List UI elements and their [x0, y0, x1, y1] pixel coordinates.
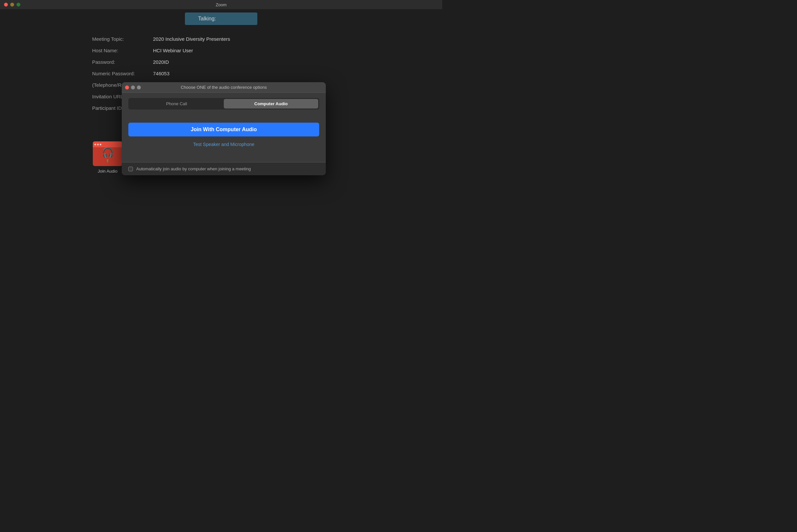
- tab-phone-call[interactable]: Phone Call: [129, 99, 224, 109]
- password-row: Password: 2020ID: [92, 59, 230, 65]
- modal-min-button[interactable]: [131, 86, 135, 90]
- meeting-topic-value: 2020 Inclusive Diversity Presenters: [153, 36, 230, 42]
- maximize-button[interactable]: [16, 3, 20, 6]
- meeting-topic-row: Meeting Topic: 2020 Inclusive Diversity …: [92, 36, 230, 42]
- thumb-dot-1: [94, 144, 96, 145]
- minimize-button[interactable]: [10, 3, 14, 6]
- auto-join-label: Automatically join audio by computer whe…: [136, 166, 251, 171]
- host-name-value: HCI Webinar User: [153, 48, 193, 53]
- title-bar: Zoom: [0, 0, 442, 9]
- modal-title: Choose ONE of the audio conference optio…: [181, 85, 267, 90]
- modal-max-button[interactable]: [137, 86, 141, 90]
- modal-title-bar: Choose ONE of the audio conference optio…: [122, 82, 326, 93]
- upload-arrow-icon: ⬆: [106, 158, 110, 164]
- join-with-computer-audio-button[interactable]: Join With Computer Audio: [128, 122, 319, 136]
- modal-traffic-lights: [125, 86, 141, 90]
- thumbnail-title-bar: [93, 141, 122, 147]
- host-name-row: Host Name: HCI Webinar User: [92, 48, 230, 53]
- test-speaker-microphone-link[interactable]: Test Speaker and Microphone: [128, 142, 319, 147]
- join-audio-thumbnail: 🎧 ⬆: [93, 141, 122, 166]
- traffic-lights: [4, 3, 20, 6]
- modal-body: Phone Call Computer Audio Join With Comp…: [122, 93, 326, 162]
- join-audio-label: Join Audio: [98, 169, 117, 174]
- modal-footer: Automatically join audio by computer whe…: [122, 162, 326, 175]
- close-button[interactable]: [4, 3, 8, 6]
- numeric-password-value: 746053: [153, 71, 169, 76]
- thumb-dot-3: [100, 144, 101, 145]
- headphone-icon: 🎧: [102, 148, 114, 157]
- window-title: Zoom: [216, 2, 227, 7]
- join-audio-icon[interactable]: 🎧 ⬆ Join Audio: [93, 141, 122, 174]
- auto-join-checkbox[interactable]: [128, 167, 133, 171]
- modal-close-button[interactable]: [125, 86, 129, 90]
- talking-bar: Talking:: [185, 13, 257, 25]
- talking-label: Talking:: [198, 16, 216, 21]
- password-label: Password:: [92, 59, 153, 65]
- password-value: 2020ID: [153, 59, 169, 65]
- tab-computer-audio[interactable]: Computer Audio: [224, 99, 318, 109]
- meeting-topic-label: Meeting Topic:: [92, 36, 153, 42]
- thumb-dot-2: [97, 144, 99, 145]
- tab-switcher: Phone Call Computer Audio: [128, 98, 319, 110]
- numeric-password-label: Numeric Password:: [92, 71, 153, 76]
- host-name-label: Host Name:: [92, 48, 153, 53]
- numeric-password-row: Numeric Password: 746053: [92, 71, 230, 76]
- audio-dialog: Choose ONE of the audio conference optio…: [122, 82, 326, 175]
